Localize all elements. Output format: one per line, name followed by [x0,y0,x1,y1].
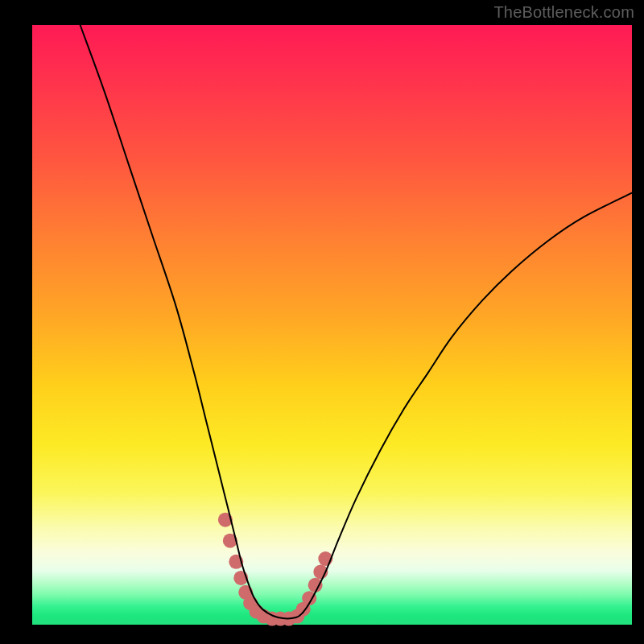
curve-marker [308,578,323,592]
bottleneck-curve [80,25,632,618]
marker-group [218,513,332,626]
curve-layer [32,25,632,625]
plot-area [32,25,632,625]
watermark-text: TheBottleneck.com [493,3,634,22]
chart-frame: TheBottleneck.com [0,0,644,644]
